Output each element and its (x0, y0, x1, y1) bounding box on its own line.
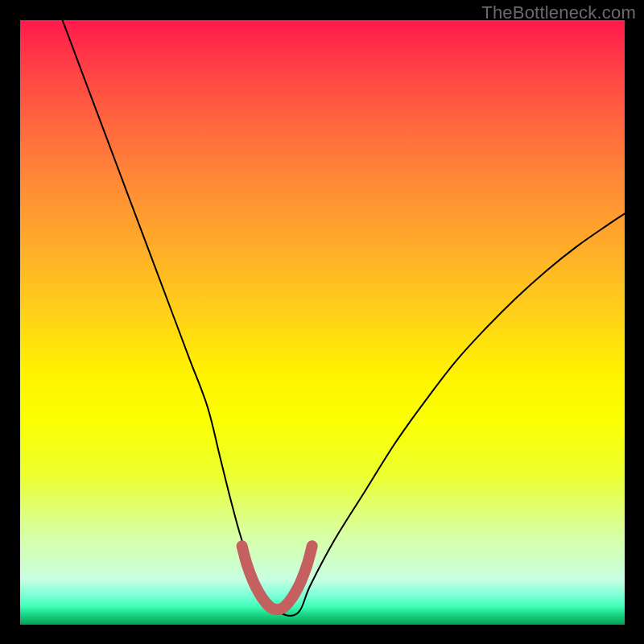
chart-frame (20, 20, 625, 625)
plot-area (20, 20, 625, 625)
bottleneck-curve (63, 20, 625, 616)
sweet-spot-band (242, 546, 312, 609)
chart-svg (20, 20, 625, 625)
